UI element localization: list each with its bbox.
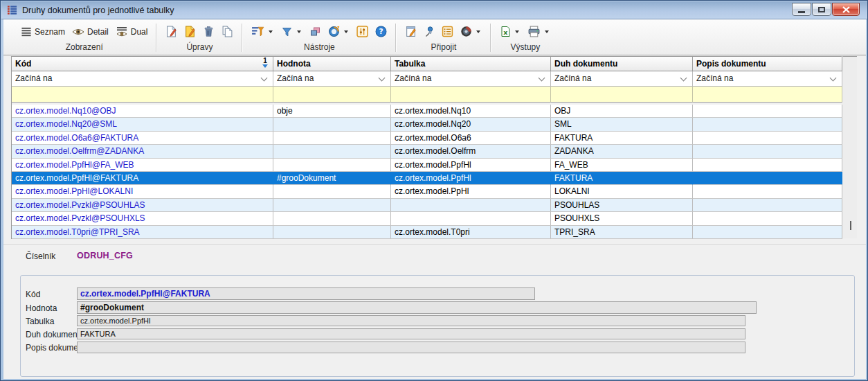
refresh-button[interactable] [325, 24, 352, 39]
table-row-selected[interactable]: cz.ortex.model.PpfHl@FAKTURA #grooDokume… [12, 172, 842, 185]
seznam-button[interactable]: Seznam [18, 25, 68, 38]
maximize-button[interactable] [812, 3, 831, 16]
scrollbar-thumb[interactable] [850, 221, 851, 230]
filter-input-kod[interactable] [12, 87, 273, 103]
cell-duh[interactable]: ZADANKA [551, 145, 693, 158]
pin-button[interactable] [421, 24, 437, 39]
minimize-button[interactable] [792, 3, 811, 16]
cell-duh[interactable]: LOKALNI [551, 185, 693, 198]
cell-popis[interactable] [693, 105, 842, 118]
cell-popis[interactable] [693, 212, 842, 225]
cell-kod[interactable]: cz.ortex.model.Nq10@OBJ [12, 105, 273, 118]
column-header-popis[interactable]: Popis dokumentu [693, 57, 842, 71]
edit-record-button[interactable] [181, 24, 199, 39]
table-row[interactable]: cz.ortex.model.Oelfrm@ZADANKA cz.ortex.m… [12, 145, 842, 158]
cell-popis[interactable] [693, 145, 842, 158]
cell-kod[interactable]: cz.ortex.model.Nq20@SML [12, 118, 273, 131]
cell-hodnota[interactable]: #grooDokument [273, 172, 391, 185]
cell-duh[interactable]: FAKTURA [551, 132, 693, 145]
filter-operator-hodnota[interactable]: Začíná na [273, 71, 391, 87]
settings-button[interactable] [354, 24, 371, 39]
cell-hodnota[interactable] [273, 185, 391, 198]
filter-input-hodnota[interactable] [273, 87, 391, 103]
cell-popis[interactable] [693, 172, 842, 185]
table-row[interactable]: cz.ortex.model.PpfHl@FA_WEB cz.ortex.mod… [12, 159, 842, 172]
delete-record-button[interactable] [200, 24, 217, 39]
detail-field-tabulka[interactable]: cz.ortex.model.PpfHl [77, 315, 745, 326]
cell-tabulka[interactable]: cz.ortex.model.PpfHl [391, 172, 551, 185]
table-row[interactable]: cz.ortex.model.Nq20@SML cz.ortex.model.N… [12, 118, 842, 131]
excel-export-button[interactable]: x [497, 24, 523, 39]
cell-hodnota[interactable] [273, 145, 391, 158]
filter-operator-kod[interactable]: Začíná na [12, 71, 273, 87]
table-row[interactable]: cz.ortex.model.Pvzkl@PSOUHXLS PSOUHXLS [12, 212, 842, 225]
cell-kod[interactable]: cz.ortex.model.PpfHl@FAKTURA [12, 172, 273, 185]
cell-kod[interactable]: cz.ortex.model.O6a6@FAKTURA [12, 132, 273, 145]
cell-tabulka[interactable]: cz.ortex.model.PpHl [391, 185, 551, 198]
detail-button[interactable]: Detail [69, 26, 111, 38]
close-button[interactable] [832, 3, 860, 16]
cell-tabulka[interactable] [391, 212, 551, 225]
cell-popis[interactable] [693, 132, 842, 145]
column-header-duh[interactable]: Duh dokumentu [551, 57, 693, 71]
column-header-kod[interactable]: Kód 1 [12, 57, 273, 71]
cell-hodnota[interactable] [273, 212, 391, 225]
filter-input-popis[interactable] [693, 87, 842, 103]
cell-duh[interactable]: FAKTURA [551, 172, 693, 185]
filter-operator-duh[interactable]: Začíná na [551, 71, 693, 87]
detail-field-popis[interactable] [77, 342, 745, 353]
cell-duh[interactable]: FA_WEB [551, 159, 693, 172]
cell-duh[interactable]: TPRI_SRA [551, 226, 693, 239]
cell-tabulka[interactable]: cz.ortex.model.Oelfrm [391, 145, 551, 158]
cell-popis[interactable] [693, 226, 842, 239]
copy-record-button[interactable] [219, 24, 236, 39]
cell-popis[interactable] [693, 199, 842, 212]
table-row[interactable]: cz.ortex.model.T0pri@TPRI_SRA cz.ortex.m… [12, 226, 842, 239]
cell-popis[interactable] [693, 185, 842, 198]
cell-tabulka[interactable] [391, 199, 551, 212]
filter-operator-tabulka[interactable]: Začíná na [391, 71, 551, 87]
cell-popis[interactable] [693, 159, 842, 172]
cell-tabulka[interactable]: cz.ortex.model.Nq20 [391, 118, 551, 131]
cell-tabulka[interactable]: cz.ortex.model.Nq10 [391, 105, 551, 118]
table-row[interactable]: cz.ortex.model.O6a6@FAKTURA cz.ortex.mod… [12, 132, 842, 145]
detail-field-hodnota[interactable]: #grooDokument [77, 301, 757, 314]
detail-field-duh[interactable]: FAKTURA [77, 328, 745, 339]
table-row[interactable]: cz.ortex.model.Pvzkl@PSOUHLAS PSOUHLAS [12, 199, 842, 212]
cell-tabulka[interactable]: cz.ortex.model.PpfHl [391, 159, 551, 172]
panel-splitter[interactable] [3, 244, 866, 245]
filter-operator-popis[interactable]: Začíná na [693, 71, 842, 87]
cell-popis[interactable] [693, 118, 842, 131]
cell-kod[interactable]: cz.ortex.model.Pvzkl@PSOUHXLS [12, 212, 273, 225]
dual-button[interactable]: Dual [113, 25, 151, 39]
print-button[interactable] [525, 24, 553, 39]
filter-input-tabulka[interactable] [391, 87, 551, 103]
cell-duh[interactable]: OBJ [551, 105, 693, 118]
new-record-button[interactable] [163, 24, 180, 39]
column-header-hodnota[interactable]: Hodnota [273, 57, 391, 71]
media-button[interactable] [458, 24, 485, 39]
filter-input-duh[interactable] [551, 87, 693, 103]
cell-tabulka[interactable]: cz.ortex.model.T0pri [391, 226, 551, 239]
cell-hodnota[interactable] [273, 118, 391, 131]
cell-hodnota[interactable] [273, 226, 391, 239]
cell-kod[interactable]: cz.ortex.model.Pvzkl@PSOUHLAS [12, 199, 273, 212]
cell-hodnota[interactable] [273, 159, 391, 172]
cell-duh[interactable]: PSOUHLAS [551, 199, 693, 212]
tasks-button[interactable] [439, 24, 456, 39]
table-row[interactable]: cz.ortex.model.Nq10@OBJ obje cz.ortex.mo… [12, 105, 842, 118]
sort-button[interactable] [248, 24, 277, 39]
cell-kod[interactable]: cz.ortex.model.T0pri@TPRI_SRA [12, 226, 273, 239]
cell-hodnota[interactable]: obje [273, 105, 391, 118]
group-button[interactable] [307, 25, 324, 39]
cell-hodnota[interactable] [273, 199, 391, 212]
titlebar[interactable]: Druhy dokumentů pro jednotlivé tabulky [1, 1, 868, 19]
filter-button[interactable] [278, 25, 305, 39]
cell-kod[interactable]: cz.ortex.model.PpfHl@FA_WEB [12, 159, 273, 172]
table-row[interactable]: cz.ortex.model.PpHl@LOKALNI cz.ortex.mod… [12, 185, 842, 198]
cell-kod[interactable]: cz.ortex.model.PpHl@LOKALNI [12, 185, 273, 198]
cell-tabulka[interactable]: cz.ortex.model.O6a6 [391, 132, 551, 145]
cell-kod[interactable]: cz.ortex.model.Oelfrm@ZADANKA [12, 145, 273, 158]
cell-duh[interactable]: SML [551, 118, 693, 131]
detail-field-kod[interactable]: cz.ortex.model.PpfHl@FAKTURA [77, 287, 535, 300]
